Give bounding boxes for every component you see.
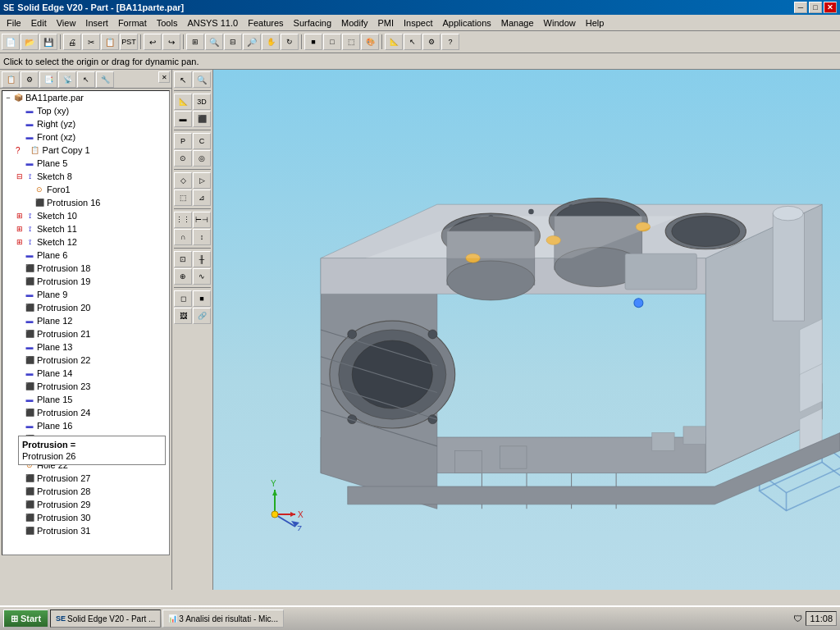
tree-item-partcopy1[interactable]: ? 📋 Part Copy 1 xyxy=(2,144,169,157)
tree-item-protrusion16[interactable]: ⬛ Protrusion 16 xyxy=(2,196,169,209)
menu-applications[interactable]: Applications xyxy=(438,16,496,30)
close-button[interactable]: ✕ xyxy=(824,2,837,13)
root-expand[interactable]: − xyxy=(4,94,12,102)
vt-protrusion[interactable]: P xyxy=(174,133,192,149)
start-button[interactable]: ⊞ Start xyxy=(3,609,48,628)
menu-pmi[interactable]: PMI xyxy=(372,16,399,30)
tree-item-sketch8[interactable]: ⊟ ⟟ Sketch 8 xyxy=(2,170,169,183)
vt-mirror[interactable]: ⊢⊣ xyxy=(193,212,211,228)
vt-round[interactable]: ◎ xyxy=(193,150,211,167)
tree-item-right[interactable]: ▬ Right (yz) xyxy=(2,117,169,130)
tb-cut[interactable]: ✂ xyxy=(82,34,100,50)
vt-pattern[interactable]: ⋮⋮ xyxy=(174,212,192,228)
menu-insert[interactable]: Insert xyxy=(80,16,113,30)
tree-item-sketch10[interactable]: ⊞ ⟟ Sketch 10 xyxy=(2,209,169,222)
tree-item-protrusion28[interactable]: ⬛ Protrusion 28 xyxy=(2,485,169,498)
menu-view[interactable]: View xyxy=(52,16,81,30)
menu-ansys[interactable]: ANSYS 11.0 xyxy=(182,16,243,30)
tree-item-foro1[interactable]: ⊙ Foro1 xyxy=(2,183,169,196)
tb-undo[interactable]: ↩ xyxy=(144,34,162,50)
vt-select[interactable]: ↖ xyxy=(174,71,192,88)
vt-coordinate[interactable]: ⊕ xyxy=(174,268,192,285)
panel-tab-features[interactable]: ⚙ xyxy=(21,71,39,88)
tb-rotate[interactable]: ↻ xyxy=(281,34,299,50)
vt-decal[interactable]: 🖼 xyxy=(174,308,192,324)
vt-thin-wall[interactable]: ⬚ xyxy=(174,189,192,206)
tree-item-protrusion21[interactable]: ⬛ Protrusion 21 xyxy=(2,327,169,340)
panel-tab-selection[interactable]: ↖ xyxy=(77,71,95,88)
tree-item-protrusion22[interactable]: ⬛ Protrusion 22 xyxy=(2,354,169,367)
tree-item-protrusion20[interactable]: ⬛ Protrusion 20 xyxy=(2,301,169,314)
menu-inspect[interactable]: Inspect xyxy=(399,16,437,30)
tree-item-plane16[interactable]: ▬ Plane 16 xyxy=(2,419,169,432)
tree-item-protrusion18[interactable]: ⬛ Protrusion 18 xyxy=(2,262,169,275)
menu-tools[interactable]: Tools xyxy=(152,16,183,30)
tb-open[interactable]: 📂 xyxy=(21,34,39,50)
tb-settings[interactable]: ⚙ xyxy=(422,34,441,50)
menu-manage[interactable]: Manage xyxy=(496,16,539,30)
tb-help-btn[interactable]: ? xyxy=(441,34,459,50)
tree-item-protrusion30[interactable]: ⬛ Protrusion 30 xyxy=(2,511,169,524)
vt-plane[interactable]: ▬ xyxy=(174,111,192,127)
panel-tab-sensors[interactable]: 📡 xyxy=(58,71,76,88)
vt-sketch-btn[interactable]: 📐 xyxy=(174,94,192,110)
tree-item-plane12[interactable]: ▬ Plane 12 xyxy=(2,314,169,327)
tree-item-protrusion27[interactable]: ⬛ Protrusion 27 xyxy=(2,472,169,485)
vt-axis[interactable]: ╫ xyxy=(193,251,211,267)
vt-move[interactable]: ↕ xyxy=(193,229,211,245)
3d-viewport[interactable]: Z X Y xyxy=(213,70,840,590)
tb-zoom-out[interactable]: 🔎 xyxy=(243,34,261,50)
tree-item-protrusion29[interactable]: ⬛ Protrusion 29 xyxy=(2,498,169,511)
taskbar-analisi[interactable]: 📊 3 Analisi dei risultati - Mic... xyxy=(162,609,284,628)
vt-3d[interactable]: 3D xyxy=(193,94,211,110)
vt-snap[interactable]: 🔗 xyxy=(193,308,211,324)
tree-item-sketch11[interactable]: ⊞ ⟟ Sketch 11 xyxy=(2,222,169,235)
tb-face-color[interactable]: 🎨 xyxy=(361,34,379,50)
panel-tab-settings[interactable]: 🔧 xyxy=(96,71,114,88)
minimize-button[interactable]: ─ xyxy=(794,2,807,13)
tb-redo[interactable]: ↪ xyxy=(162,34,180,50)
tb-save[interactable]: 💾 xyxy=(39,34,57,50)
menu-format[interactable]: Format xyxy=(113,16,152,30)
tree-item-plane14[interactable]: ▬ Plane 14 xyxy=(2,367,169,380)
tree-item-protrusion31[interactable]: ⬛ Protrusion 31 xyxy=(2,524,169,537)
vt-ref-plane[interactable]: ⊡ xyxy=(174,251,192,267)
tree-item-sketch12[interactable]: ⊞ ⟟ Sketch 12 xyxy=(2,235,169,249)
tb-new[interactable]: 📄 xyxy=(2,34,20,50)
vt-chamfer[interactable]: ◇ xyxy=(174,172,192,189)
tb-hidden[interactable]: ⬚ xyxy=(342,34,360,50)
tb-print[interactable]: 🖨 xyxy=(63,34,81,50)
menu-help[interactable]: Help xyxy=(581,16,609,30)
tb-shaded[interactable]: ■ xyxy=(304,34,322,50)
vt-boolean[interactable]: ∩ xyxy=(174,229,192,245)
vt-cutout[interactable]: C xyxy=(193,133,211,149)
menu-modify[interactable]: Modify xyxy=(336,16,372,30)
taskbar-solidedge[interactable]: SE Solid Edge V20 - Part ... xyxy=(50,609,161,628)
vt-body[interactable]: ■ xyxy=(193,290,211,307)
vt-curve[interactable]: ∿ xyxy=(193,268,211,285)
vt-feature[interactable]: ⬛ xyxy=(193,111,211,127)
panel-tab-model[interactable]: 📋 xyxy=(2,71,20,88)
tb-wireframe[interactable]: □ xyxy=(323,34,341,50)
tb-select[interactable]: ↖ xyxy=(404,34,422,50)
vt-draft[interactable]: ▷ xyxy=(193,172,211,189)
menu-file[interactable]: File xyxy=(2,16,26,30)
panel-close-button[interactable]: ✕ xyxy=(158,71,170,83)
tree-item-protrusion23[interactable]: ⬛ Protrusion 23 xyxy=(2,380,169,393)
vt-zoom[interactable]: 🔍 xyxy=(193,71,211,88)
vt-rib[interactable]: ⊿ xyxy=(193,189,211,206)
tb-pan[interactable]: ✋ xyxy=(262,34,280,50)
vt-surface[interactable]: ◻ xyxy=(174,290,192,307)
tb-sketch[interactable]: 📐 xyxy=(385,34,403,50)
tree-item-top[interactable]: ▬ Top (xy) xyxy=(2,104,169,117)
tree-item-plane15[interactable]: ▬ Plane 15 xyxy=(2,393,169,406)
tree-view[interactable]: − 📦 BA11parte.par ▬ Top (xy) ▬ Right (yz… xyxy=(2,90,170,555)
tb-zoom-area[interactable]: ⊟ xyxy=(224,34,242,50)
tb-zoom-in[interactable]: 🔍 xyxy=(205,34,223,50)
tree-item-plane9[interactable]: ▬ Plane 9 xyxy=(2,288,169,301)
menu-features[interactable]: Features xyxy=(243,16,288,30)
panel-tab-layers[interactable]: 📑 xyxy=(39,71,57,88)
menu-surfacing[interactable]: Surfacing xyxy=(289,16,336,30)
tree-item-plane5[interactable]: ▬ Plane 5 xyxy=(2,157,169,170)
tree-root[interactable]: − 📦 BA11parte.par xyxy=(2,91,169,104)
